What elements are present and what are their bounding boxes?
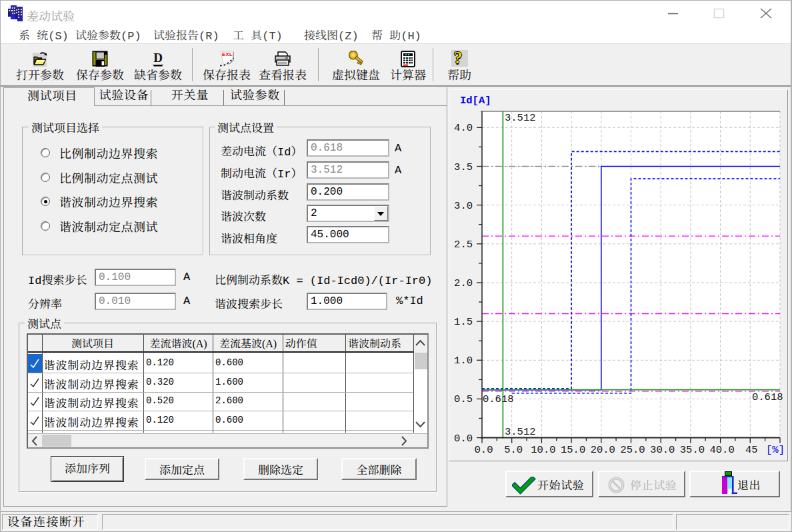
svg-text:EXL: EXL [222,51,233,57]
svg-text:0.0: 0.0 [454,433,473,445]
svg-text:0.0: 0.0 [475,444,493,456]
svg-text:1.5: 1.5 [454,316,473,328]
svg-text:30.0: 30.0 [650,444,675,456]
svg-text:5.0: 5.0 [504,444,523,456]
svg-text:2.0: 2.0 [454,277,473,289]
svg-text:0.618: 0.618 [752,391,783,403]
svg-text:Id[A]: Id[A] [460,95,491,107]
svg-text:4.0: 4.0 [454,122,473,134]
svg-text:15.0: 15.0 [561,444,585,456]
svg-text:1.0: 1.0 [454,355,473,367]
svg-text:0.5: 0.5 [454,393,473,405]
svg-text:[%]: [%] [766,444,785,456]
svg-text:2.5: 2.5 [454,239,473,251]
svg-text:20.0: 20.0 [591,444,615,456]
svg-text:45: 45 [745,444,758,456]
svg-text:3.0: 3.0 [454,200,473,212]
svg-text:3.5: 3.5 [454,161,473,173]
svg-text:35.0: 35.0 [680,444,705,456]
svg-text:10.0: 10.0 [531,444,555,456]
svg-text:0.618: 0.618 [483,393,514,405]
svg-text:3.512: 3.512 [505,112,536,124]
svg-text:40.0: 40.0 [709,444,734,456]
svg-text:25.0: 25.0 [620,444,645,456]
svg-text:3.512: 3.512 [505,426,536,438]
